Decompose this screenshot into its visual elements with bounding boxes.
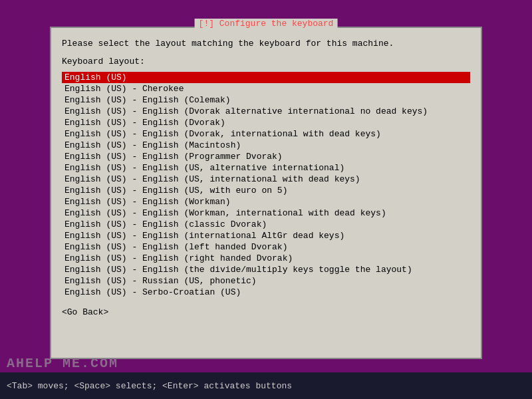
go-back-button[interactable]: <Go Back> bbox=[62, 307, 470, 317]
bottom-bar: <Tab> moves; <Space> selects; <Enter> ac… bbox=[0, 372, 532, 399]
watermark: AHELP ME.COM bbox=[7, 356, 118, 371]
layout-item-9[interactable]: English (US) - English (US, internationa… bbox=[62, 174, 470, 185]
layout-item-4[interactable]: English (US) - English (Dvorak) bbox=[62, 117, 470, 128]
layout-item-8[interactable]: English (US) - English (US, alternative … bbox=[62, 162, 470, 174]
layout-item-7[interactable]: English (US) - English (Programmer Dvora… bbox=[62, 151, 470, 162]
keyboard-layout-label: Keyboard layout: bbox=[62, 57, 470, 66]
layout-item-18[interactable]: English (US) - Russian (US, phonetic) bbox=[62, 275, 470, 287]
title-bar: [!] Configure the keyboard bbox=[195, 19, 338, 29]
layout-item-6[interactable]: English (US) - English (Macintosh) bbox=[62, 140, 470, 151]
layout-item-2[interactable]: English (US) - English (Colemak) bbox=[62, 94, 470, 106]
layout-item-11[interactable]: English (US) - English (Workman) bbox=[62, 196, 470, 207]
layout-item-5[interactable]: English (US) - English (Dvorak, internat… bbox=[62, 128, 470, 140]
layout-item-16[interactable]: English (US) - English (right handed Dvo… bbox=[62, 253, 470, 264]
layout-item-3[interactable]: English (US) - English (Dvorak alternati… bbox=[62, 106, 470, 117]
layout-item-12[interactable]: English (US) - English (Workman, interna… bbox=[62, 207, 470, 219]
layout-item-15[interactable]: English (US) - English (left handed Dvor… bbox=[62, 241, 470, 253]
instruction-text: Please select the layout matching the ke… bbox=[62, 39, 470, 49]
terminal-window: [!] Configure the keyboard Please select… bbox=[50, 27, 482, 359]
layout-item-10[interactable]: English (US) - English (US, with euro on… bbox=[62, 185, 470, 196]
layout-item-1[interactable]: English (US) - Cherokee bbox=[62, 83, 470, 94]
layout-item-14[interactable]: English (US) - English (international Al… bbox=[62, 230, 470, 241]
layout-item-0[interactable]: English (US) bbox=[62, 72, 470, 83]
layout-list: English (US)English (US) - CherokeeEngli… bbox=[62, 72, 470, 298]
layout-item-17[interactable]: English (US) - English (the divide/multi… bbox=[62, 264, 470, 275]
status-text: <Tab> moves; <Space> selects; <Enter> ac… bbox=[7, 381, 292, 391]
layout-item-19[interactable]: English (US) - Serbo-Croatian (US) bbox=[62, 287, 470, 298]
layout-item-13[interactable]: English (US) - English (classic Dvorak) bbox=[62, 219, 470, 230]
